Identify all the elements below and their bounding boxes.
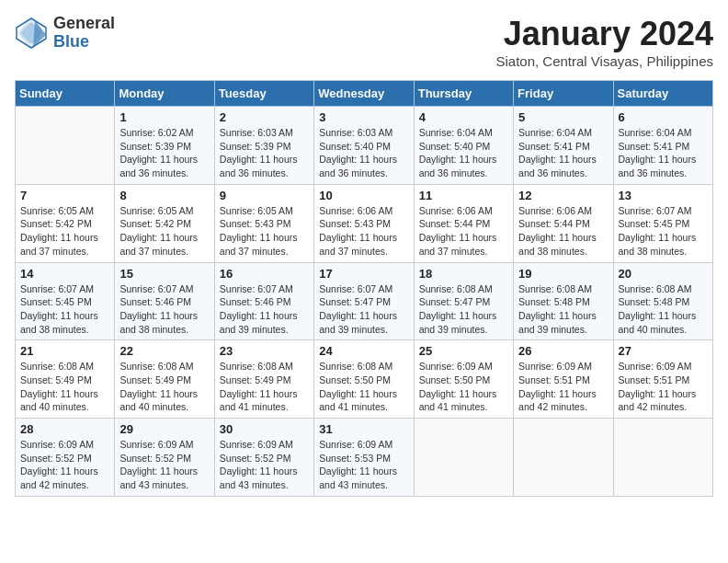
calendar-header-row: SundayMondayTuesdayWednesdayThursdayFrid… (16, 81, 713, 107)
day-number: 18 (419, 267, 508, 281)
calendar-cell: 21Sunrise: 6:08 AM Sunset: 5:49 PM Dayli… (16, 340, 115, 419)
day-number: 3 (319, 110, 408, 124)
day-info: Sunrise: 6:09 AM Sunset: 5:52 PM Dayligh… (220, 438, 309, 492)
calendar-cell: 4Sunrise: 6:04 AM Sunset: 5:40 PM Daylig… (414, 107, 513, 185)
day-info: Sunrise: 6:08 AM Sunset: 5:49 PM Dayligh… (119, 360, 209, 414)
header-day-thursday: Thursday (414, 81, 513, 107)
calendar-cell: 26Sunrise: 6:09 AM Sunset: 5:51 PM Dayli… (514, 340, 613, 419)
day-number: 21 (20, 344, 109, 358)
calendar-cell (16, 107, 115, 185)
day-number: 10 (319, 189, 408, 202)
day-number: 29 (119, 422, 209, 436)
calendar-cell: 23Sunrise: 6:08 AM Sunset: 5:49 PM Dayli… (214, 340, 313, 419)
calendar-cell: 13Sunrise: 6:07 AM Sunset: 5:45 PM Dayli… (613, 184, 712, 262)
day-info: Sunrise: 6:07 AM Sunset: 5:47 PM Dayligh… (319, 282, 408, 337)
month-title: January 2024 (495, 15, 713, 53)
logo-text: General Blue (53, 15, 115, 52)
calendar-week-1: 1Sunrise: 6:02 AM Sunset: 5:39 PM Daylig… (16, 107, 713, 185)
day-number: 20 (619, 267, 708, 281)
calendar-cell (613, 419, 712, 497)
day-number: 1 (119, 110, 209, 124)
header-day-friday: Friday (514, 81, 613, 107)
calendar-cell: 11Sunrise: 6:06 AM Sunset: 5:44 PM Dayli… (414, 184, 513, 262)
day-info: Sunrise: 6:08 AM Sunset: 5:48 PM Dayligh… (518, 282, 608, 337)
title-area: January 2024 Siaton, Central Visayas, Ph… (495, 15, 713, 69)
day-number: 15 (119, 267, 209, 281)
calendar-cell: 29Sunrise: 6:09 AM Sunset: 5:52 PM Dayli… (115, 419, 214, 497)
calendar-cell: 17Sunrise: 6:07 AM Sunset: 5:47 PM Dayli… (314, 262, 414, 340)
calendar-cell: 16Sunrise: 6:07 AM Sunset: 5:46 PM Dayli… (214, 262, 313, 340)
day-info: Sunrise: 6:09 AM Sunset: 5:52 PM Dayligh… (20, 438, 109, 492)
calendar-cell: 25Sunrise: 6:09 AM Sunset: 5:50 PM Dayli… (414, 340, 513, 419)
day-info: Sunrise: 6:05 AM Sunset: 5:43 PM Dayligh… (220, 204, 309, 259)
calendar-cell: 6Sunrise: 6:04 AM Sunset: 5:41 PM Daylig… (613, 107, 712, 185)
day-info: Sunrise: 6:03 AM Sunset: 5:39 PM Dayligh… (220, 126, 309, 180)
day-info: Sunrise: 6:03 AM Sunset: 5:40 PM Dayligh… (319, 126, 408, 180)
calendar-cell: 1Sunrise: 6:02 AM Sunset: 5:39 PM Daylig… (115, 107, 214, 185)
day-info: Sunrise: 6:05 AM Sunset: 5:42 PM Dayligh… (20, 204, 109, 259)
day-info: Sunrise: 6:07 AM Sunset: 5:46 PM Dayligh… (220, 282, 309, 337)
calendar-cell: 15Sunrise: 6:07 AM Sunset: 5:46 PM Dayli… (115, 262, 214, 340)
day-number: 31 (319, 422, 408, 436)
day-info: Sunrise: 6:08 AM Sunset: 5:49 PM Dayligh… (220, 360, 309, 414)
calendar-body: 1Sunrise: 6:02 AM Sunset: 5:39 PM Daylig… (16, 107, 713, 497)
day-number: 24 (319, 344, 408, 358)
day-number: 5 (518, 110, 608, 124)
day-info: Sunrise: 6:08 AM Sunset: 5:50 PM Dayligh… (319, 360, 408, 414)
day-number: 4 (419, 110, 508, 124)
day-info: Sunrise: 6:04 AM Sunset: 5:41 PM Dayligh… (619, 126, 708, 180)
day-info: Sunrise: 6:08 AM Sunset: 5:49 PM Dayligh… (20, 360, 109, 414)
calendar-cell: 24Sunrise: 6:08 AM Sunset: 5:50 PM Dayli… (314, 340, 414, 419)
day-number: 27 (619, 344, 708, 358)
calendar-cell: 3Sunrise: 6:03 AM Sunset: 5:40 PM Daylig… (314, 107, 414, 185)
day-info: Sunrise: 6:04 AM Sunset: 5:40 PM Dayligh… (419, 126, 508, 180)
header-day-monday: Monday (115, 81, 214, 107)
day-info: Sunrise: 6:09 AM Sunset: 5:50 PM Dayligh… (419, 360, 508, 414)
day-number: 23 (220, 344, 309, 358)
day-info: Sunrise: 6:08 AM Sunset: 5:47 PM Dayligh… (419, 282, 508, 337)
header-day-tuesday: Tuesday (214, 81, 313, 107)
calendar-cell: 2Sunrise: 6:03 AM Sunset: 5:39 PM Daylig… (214, 107, 313, 185)
day-info: Sunrise: 6:09 AM Sunset: 5:53 PM Dayligh… (319, 438, 408, 492)
day-number: 26 (518, 344, 608, 358)
day-info: Sunrise: 6:06 AM Sunset: 5:44 PM Dayligh… (518, 204, 608, 259)
day-info: Sunrise: 6:06 AM Sunset: 5:44 PM Dayligh… (419, 204, 508, 259)
calendar-cell: 12Sunrise: 6:06 AM Sunset: 5:44 PM Dayli… (514, 184, 613, 262)
header-day-sunday: Sunday (16, 81, 115, 107)
calendar-cell: 8Sunrise: 6:05 AM Sunset: 5:42 PM Daylig… (115, 184, 214, 262)
calendar-week-4: 21Sunrise: 6:08 AM Sunset: 5:49 PM Dayli… (16, 340, 713, 419)
calendar-week-2: 7Sunrise: 6:05 AM Sunset: 5:42 PM Daylig… (16, 184, 713, 262)
logo: General Blue (15, 15, 115, 52)
logo-icon (15, 17, 48, 50)
day-number: 13 (619, 189, 708, 202)
day-number: 22 (119, 344, 209, 358)
day-number: 9 (220, 189, 309, 202)
calendar-week-5: 28Sunrise: 6:09 AM Sunset: 5:52 PM Dayli… (16, 419, 713, 497)
calendar-cell: 18Sunrise: 6:08 AM Sunset: 5:47 PM Dayli… (414, 262, 513, 340)
calendar-cell: 10Sunrise: 6:06 AM Sunset: 5:43 PM Dayli… (314, 184, 414, 262)
calendar-cell (514, 419, 613, 497)
header-day-wednesday: Wednesday (314, 81, 414, 107)
day-number: 6 (619, 110, 708, 124)
calendar-cell: 7Sunrise: 6:05 AM Sunset: 5:42 PM Daylig… (16, 184, 115, 262)
day-number: 16 (220, 267, 309, 281)
calendar-cell: 19Sunrise: 6:08 AM Sunset: 5:48 PM Dayli… (514, 262, 613, 340)
day-info: Sunrise: 6:07 AM Sunset: 5:46 PM Dayligh… (119, 282, 209, 337)
day-info: Sunrise: 6:08 AM Sunset: 5:48 PM Dayligh… (619, 282, 708, 337)
day-number: 25 (419, 344, 508, 358)
day-number: 30 (220, 422, 309, 436)
calendar-cell: 30Sunrise: 6:09 AM Sunset: 5:52 PM Dayli… (214, 419, 313, 497)
calendar-cell (414, 419, 513, 497)
day-number: 11 (419, 189, 508, 202)
day-number: 7 (20, 189, 109, 202)
calendar-cell: 31Sunrise: 6:09 AM Sunset: 5:53 PM Dayli… (314, 419, 414, 497)
calendar-cell: 28Sunrise: 6:09 AM Sunset: 5:52 PM Dayli… (16, 419, 115, 497)
day-info: Sunrise: 6:07 AM Sunset: 5:45 PM Dayligh… (20, 282, 109, 337)
day-number: 28 (20, 422, 109, 436)
day-info: Sunrise: 6:02 AM Sunset: 5:39 PM Dayligh… (119, 126, 209, 180)
calendar-cell: 9Sunrise: 6:05 AM Sunset: 5:43 PM Daylig… (214, 184, 313, 262)
day-info: Sunrise: 6:04 AM Sunset: 5:41 PM Dayligh… (518, 126, 608, 180)
day-number: 12 (518, 189, 608, 202)
logo-blue-text: Blue (53, 33, 115, 52)
location-title: Siaton, Central Visayas, Philippines (495, 53, 713, 69)
